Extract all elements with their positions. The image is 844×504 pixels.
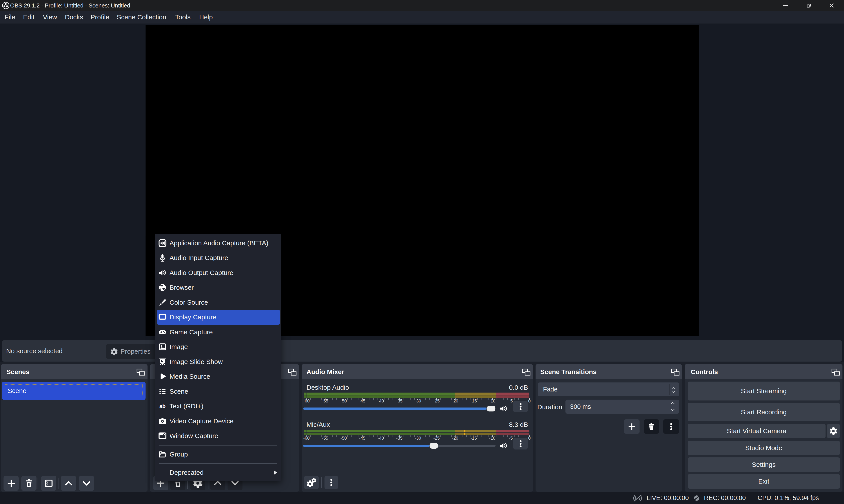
svg-text:ab: ab <box>159 403 166 409</box>
